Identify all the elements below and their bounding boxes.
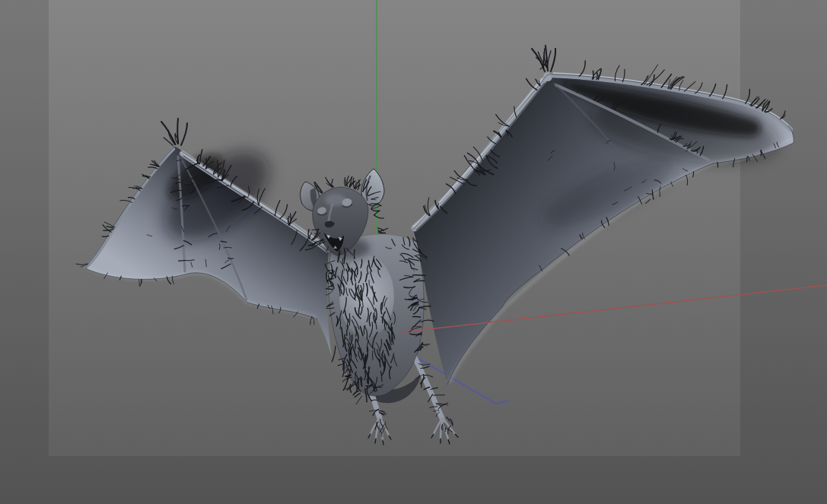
render-border-left <box>0 0 49 504</box>
3d-viewport[interactable] <box>0 0 827 504</box>
render-border-right <box>740 0 827 504</box>
viewport-canvas <box>0 0 827 504</box>
render-border-bottom <box>49 456 740 504</box>
